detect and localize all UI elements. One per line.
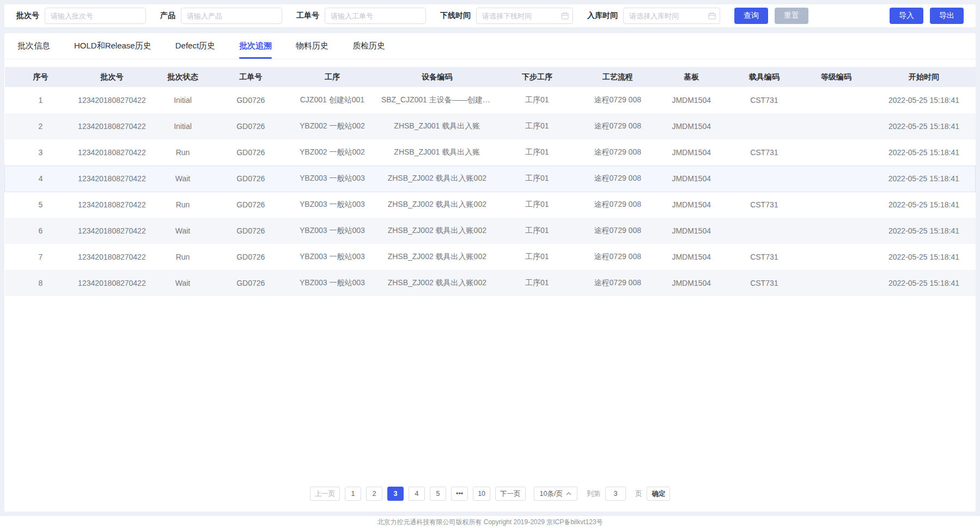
reset-button[interactable]: 重置 [775, 8, 808, 24]
table-cell: JMDM1504 [654, 218, 729, 244]
table-cell: 工序01 [493, 113, 581, 139]
table-cell: Wait [147, 165, 218, 192]
table-cell [800, 192, 873, 218]
table-cell: 工序01 [493, 218, 581, 244]
calendar-icon[interactable] [561, 12, 569, 20]
table-cell [800, 165, 873, 192]
goto-confirm-button[interactable]: 确定 [647, 487, 670, 501]
table-cell [800, 113, 873, 139]
filter-field-offline-time: 下线时间 [440, 8, 573, 24]
table-cell: Run [147, 192, 218, 218]
more-pages-button[interactable]: ••• [451, 487, 468, 501]
query-button[interactable]: 查询 [734, 8, 768, 24]
table-cell: 5 [5, 192, 77, 218]
next-page-button[interactable]: 下一页 [495, 487, 526, 501]
table-row[interactable]: 31234201808270422RunGD0726YBZ002 一般站002Z… [5, 139, 976, 165]
table-cell: YBZ003 一般站003 [283, 165, 381, 192]
filter-label: 批次号 [16, 11, 39, 21]
table-cell: Wait [147, 218, 218, 244]
tab-批次信息[interactable]: 批次信息 [17, 33, 50, 59]
goto-page-input[interactable] [605, 487, 626, 501]
calendar-icon[interactable] [708, 12, 716, 20]
table-cell: 途程0729 008 [581, 165, 654, 192]
table-cell: ZHSB_ZJ001 载具出入账 [381, 139, 493, 165]
table-cell: JMDM1504 [654, 270, 729, 296]
table-cell: CST731 [729, 270, 800, 296]
table-cell: CJZ001 创建站001 [283, 87, 381, 113]
table-cell: 2022-05-25 15:18:41 [873, 139, 976, 165]
page-button-5[interactable]: 5 [430, 487, 446, 501]
table-cell: Run [147, 139, 218, 165]
table-cell: 途程0729 008 [581, 113, 654, 139]
tab-HOLD和Release历史[interactable]: HOLD和Release历史 [74, 33, 151, 59]
storage-time-input[interactable] [623, 8, 720, 24]
column-header: 批次状态 [147, 67, 218, 87]
table-cell: 途程0729 008 [581, 244, 654, 270]
table-cell: 工序01 [493, 192, 581, 218]
export-button[interactable]: 导出 [930, 8, 964, 24]
table-row[interactable]: 21234201808270422InitialGD0726YBZ002 一般站… [5, 113, 976, 139]
table-cell: 2022-05-25 15:18:41 [873, 270, 976, 296]
table-cell: YBZ002 一般站002 [283, 113, 381, 139]
filter-label: 产品 [160, 11, 175, 21]
copyright-text: 北京力控元通科技有限公司版权所有 Copyright 2019-2029 京IC… [377, 518, 602, 527]
table-row[interactable]: 61234201808270422WaitGD0726YBZ003 一般站003… [5, 218, 976, 244]
table-cell: YBZ002 一般站002 [283, 139, 381, 165]
table-cell: ZHSB_ZJ002 载具出入账002 [381, 165, 493, 192]
filter-label: 工单号 [296, 11, 319, 21]
table-cell: 2022-05-25 15:18:41 [873, 218, 976, 244]
table-cell: GD0726 [218, 165, 283, 192]
table-cell: 2022-05-25 15:18:41 [873, 244, 976, 270]
table-cell: YBZ003 一般站003 [283, 244, 381, 270]
import-button[interactable]: 导入 [890, 8, 923, 24]
table-row[interactable]: 11234201808270422InitialGD0726CJZ001 创建站… [5, 87, 976, 113]
table-cell: 2022-05-25 15:18:41 [873, 165, 976, 192]
column-header: 工序 [283, 67, 381, 87]
table-row[interactable]: 71234201808270422RunGD0726YBZ003 一般站003Z… [5, 244, 976, 270]
table-cell: 4 [5, 165, 77, 192]
tab-Defect历史[interactable]: Defect历史 [175, 33, 215, 59]
tab-物料历史[interactable]: 物料历史 [296, 33, 328, 59]
table-cell: 8 [5, 270, 77, 296]
filter-field-product: 产品 [160, 8, 282, 24]
tab-批次追溯[interactable]: 批次追溯 [239, 33, 272, 59]
table-cell: 途程0729 008 [581, 218, 654, 244]
product-input[interactable] [181, 8, 282, 24]
table-cell: YBZ003 一般站003 [283, 192, 381, 218]
offline-time-input[interactable] [476, 8, 573, 24]
table-cell [729, 165, 800, 192]
filter-field-work-order: 工单号 [296, 8, 426, 24]
page-size-select[interactable]: 10条/页 [534, 487, 577, 501]
table-cell: YBZ003 一般站003 [283, 218, 381, 244]
table-cell: JMDM1504 [654, 192, 729, 218]
table-cell: GD0726 [218, 139, 283, 165]
table-cell: JMDM1504 [654, 113, 729, 139]
table-cell: GD0726 [218, 192, 283, 218]
table-cell: 工序01 [493, 270, 581, 296]
tab-质检历史[interactable]: 质检历史 [352, 33, 385, 59]
batch-no-input[interactable] [45, 8, 146, 24]
table-cell: GD0726 [218, 270, 283, 296]
column-header: 序号 [5, 67, 77, 87]
table-cell [800, 270, 873, 296]
table-cell [800, 218, 873, 244]
table-cell: ZHSB_ZJ002 载具出入账002 [381, 244, 493, 270]
page-button-4[interactable]: 4 [409, 487, 425, 501]
trace-table: 序号批次号批次状态工单号工序设备编码下步工序工艺流程基板载具编码等级编码开始时间… [4, 67, 976, 296]
table-row[interactable]: 81234201808270422WaitGD0726YBZ003 一般站003… [5, 270, 976, 296]
page-button-1[interactable]: 1 [345, 487, 361, 501]
table-cell: 1234201808270422 [76, 139, 147, 165]
column-header: 设备编码 [381, 67, 493, 87]
table-cell: 途程0729 008 [581, 192, 654, 218]
table-cell: 2 [5, 113, 77, 139]
page-button-2[interactable]: 2 [366, 487, 382, 501]
table-row[interactable]: 51234201808270422RunGD0726YBZ003 一般站003Z… [5, 192, 976, 218]
table-row[interactable]: 41234201808270422WaitGD0726YBZ003 一般站003… [5, 165, 976, 192]
page-button-3[interactable]: 3 [387, 487, 404, 501]
table-cell: 1 [5, 87, 77, 113]
page-button-10[interactable]: 10 [473, 487, 490, 501]
prev-page-button[interactable]: 上一页 [310, 487, 340, 501]
work-order-input[interactable] [325, 8, 426, 24]
table-cell: 工序01 [493, 87, 581, 113]
table-cell: Run [147, 244, 218, 270]
